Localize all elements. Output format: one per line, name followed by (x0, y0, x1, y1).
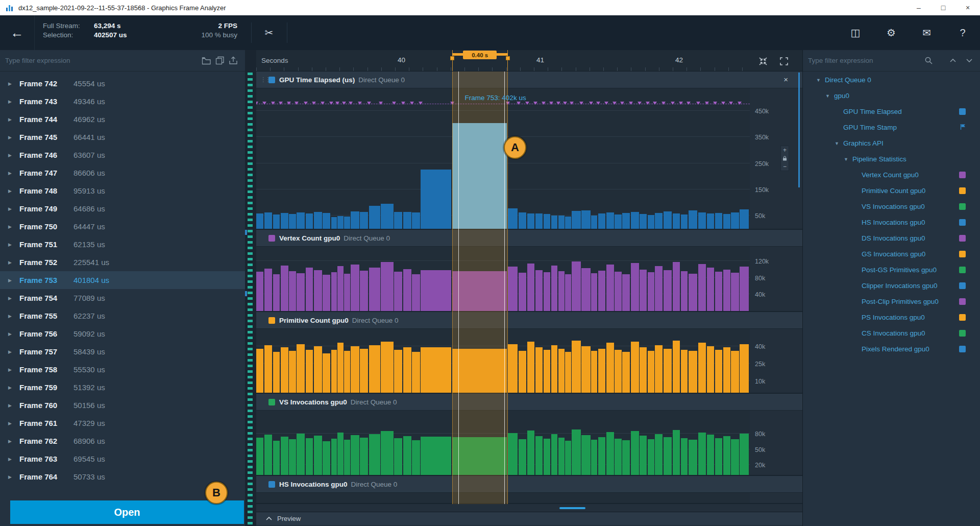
timestamp-flag-icon[interactable] (960, 124, 966, 132)
tree-item-ps-invocations-gpu0[interactable]: PS Invocations gpu0 (803, 309, 980, 325)
close-button[interactable]: × (955, 0, 980, 15)
frame-row[interactable]: ▶Frame 75064447 us (0, 218, 245, 235)
legend-swatch[interactable] (268, 77, 275, 83)
back-button[interactable]: ← (0, 15, 35, 50)
time-ruler[interactable]: Seconds 404142 0.40 s (256, 50, 802, 71)
metric-color-swatch[interactable] (959, 251, 966, 257)
frame-row[interactable]: ▶Frame 76268906 us (0, 432, 245, 450)
tree-item-clipper-invocations-gpu0[interactable]: Clipper Invocations gpu0 (803, 278, 980, 294)
frame-row[interactable]: ▶Frame 753401804 us (0, 271, 245, 289)
fit-to-view-icon[interactable] (756, 56, 770, 67)
horizontal-scrollbar[interactable] (256, 504, 802, 512)
frame-row[interactable]: ▶Frame 75659092 us (0, 325, 245, 343)
frame-row[interactable]: ▶Frame 74245554 us (0, 75, 245, 92)
expand-caret-icon[interactable]: ▶ (8, 296, 19, 301)
legend-swatch[interactable] (268, 399, 275, 405)
expand-caret-icon[interactable]: ▶ (8, 242, 19, 247)
track-plot-hs[interactable] (256, 493, 750, 503)
expand-caret-icon[interactable]: ▶ (8, 260, 19, 265)
preview-toggle[interactable]: Preview (256, 512, 802, 525)
export-icon[interactable] (227, 55, 240, 66)
track-plot-gpu_us[interactable] (256, 88, 750, 229)
frame-row[interactable]: ▶Frame 74349346 us (0, 92, 245, 110)
tree-item-direct-queue-0[interactable]: ▼Direct Queue 0 (803, 72, 980, 88)
maximize-button[interactable]: □ (931, 0, 955, 15)
metric-color-swatch[interactable] (959, 235, 966, 242)
expand-caret-icon[interactable]: ▶ (8, 153, 19, 158)
chevron-up-icon[interactable] (947, 57, 959, 64)
frame-row[interactable]: ▶Frame 75477089 us (0, 289, 245, 307)
tree-item-post-gs-primitives-gpu0[interactable]: Post-GS Primitives gpu0 (803, 262, 980, 278)
metric-color-swatch[interactable] (959, 108, 966, 115)
legend-swatch[interactable] (268, 481, 275, 488)
tree-item-pipeline-statistics[interactable]: ▼Pipeline Statistics (803, 151, 980, 167)
frame-row[interactable]: ▶Frame 76369545 us (0, 450, 245, 468)
tree-item-ds-invocations-gpu0[interactable]: DS Invocations gpu0 (803, 230, 980, 246)
tree-item-gpu-time-stamp[interactable]: GPU Time Stamp (803, 119, 980, 135)
expand-caret-icon[interactable]: ▶ (8, 457, 19, 462)
expand-caret-icon[interactable]: ▶ (8, 421, 19, 426)
tree-item-graphics-api[interactable]: ▼Graphics API (803, 135, 980, 151)
frame-row[interactable]: ▶Frame 74786606 us (0, 164, 245, 182)
track-plot-primitive[interactable] (256, 329, 750, 393)
frame-row[interactable]: ▶Frame 74964686 us (0, 200, 245, 218)
track-plot-vs[interactable] (256, 411, 750, 475)
zoom-out-button[interactable]: − (781, 162, 789, 171)
expand-caret-icon[interactable]: ▶ (8, 99, 19, 104)
metric-color-swatch[interactable] (959, 282, 966, 289)
tree-expand-icon[interactable]: ▼ (835, 141, 843, 146)
metric-color-swatch[interactable] (959, 219, 966, 226)
trim-capture-icon[interactable]: ✂ (258, 22, 280, 43)
frame-filter-input[interactable] (5, 57, 200, 64)
fullscreen-icon[interactable] (777, 56, 791, 67)
expand-caret-icon[interactable]: ▶ (8, 278, 19, 283)
legend-swatch[interactable] (268, 235, 275, 242)
settings-gear-icon[interactable]: ⚙ (880, 21, 902, 44)
expand-caret-icon[interactable]: ▶ (8, 117, 19, 122)
frame-row[interactable]: ▶Frame 76147329 us (0, 414, 245, 432)
frame-row[interactable]: ▶Frame 75951392 us (0, 378, 245, 396)
selection-left-handle[interactable] (450, 56, 454, 60)
tree-item-vertex-count-gpu0[interactable]: Vertex Count gpu0 (803, 167, 980, 183)
tree-item-hs-invocations-gpu0[interactable]: HS Invocations gpu0 (803, 214, 980, 230)
metric-color-swatch[interactable] (959, 298, 966, 305)
open-button[interactable]: Open (10, 500, 244, 524)
frame-row[interactable]: ▶Frame 74663607 us (0, 146, 245, 164)
expand-caret-icon[interactable]: ▶ (8, 224, 19, 229)
tree-item-pixels-rendered-gpu0[interactable]: Pixels Rendered gpu0 (803, 341, 980, 357)
expand-caret-icon[interactable]: ▶ (8, 331, 19, 337)
vertical-scrollbar[interactable] (798, 73, 800, 187)
close-track-icon[interactable]: × (783, 75, 788, 84)
expand-caret-icon[interactable]: ▶ (8, 439, 19, 444)
expand-caret-icon[interactable]: ▶ (8, 206, 19, 211)
feedback-mail-icon[interactable]: ✉ (916, 21, 938, 44)
drag-handle-icon[interactable]: ⋮⋮ (260, 76, 268, 83)
copy-capture-icon[interactable] (213, 55, 227, 66)
metric-color-swatch[interactable] (959, 346, 966, 352)
frame-row[interactable]: ▶Frame 74895913 us (0, 182, 245, 200)
tree-expand-icon[interactable]: ▼ (816, 78, 825, 83)
metric-filter-input[interactable] (808, 57, 922, 64)
zoom-lock-button[interactable] (781, 154, 789, 162)
zoom-in-button[interactable]: + (781, 146, 789, 154)
frame-row[interactable]: ▶Frame 76050156 us (0, 396, 245, 414)
expand-caret-icon[interactable]: ▶ (8, 171, 19, 176)
frame-row[interactable]: ▶Frame 75855530 us (0, 361, 245, 378)
tree-expand-icon[interactable]: ▼ (825, 93, 834, 99)
tree-item-vs-invocations-gpu0[interactable]: VS Invocations gpu0 (803, 199, 980, 214)
tree-item-gpu-time-elapsed[interactable]: GPU Time Elapsed (803, 104, 980, 119)
expand-caret-icon[interactable]: ▶ (8, 367, 19, 372)
expand-caret-icon[interactable]: ▶ (8, 349, 19, 354)
frame-row[interactable]: ▶Frame 75758439 us (0, 343, 245, 361)
expand-caret-icon[interactable]: ▶ (8, 385, 19, 390)
metric-color-swatch[interactable] (959, 172, 966, 178)
tree-item-gs-invocations-gpu0[interactable]: GS Invocations gpu0 (803, 246, 980, 262)
expand-caret-icon[interactable]: ▶ (8, 314, 19, 319)
frame-row[interactable]: ▶Frame 74446962 us (0, 110, 245, 128)
metric-color-swatch[interactable] (959, 330, 966, 337)
expand-caret-icon[interactable]: ▶ (8, 81, 19, 86)
track-plot-vertex[interactable] (256, 247, 750, 311)
selection-right-handle[interactable] (506, 56, 510, 60)
expand-caret-icon[interactable]: ▶ (8, 135, 19, 140)
tree-item-primitive-count-gpu0[interactable]: Primitive Count gpu0 (803, 183, 980, 199)
